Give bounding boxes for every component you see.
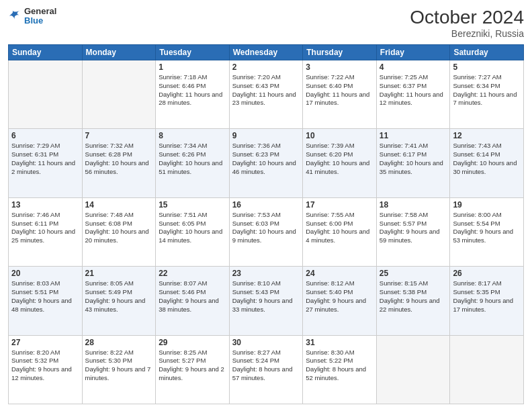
- day-detail: Sunrise: 7:39 AM Sunset: 6:20 PM Dayligh…: [306, 142, 373, 176]
- day-number: 20: [11, 269, 79, 278]
- table-row: 24Sunrise: 8:12 AM Sunset: 5:40 PM Dayli…: [303, 267, 377, 335]
- location-subtitle: Berezniki, Russia: [410, 28, 524, 39]
- table-row: [9, 60, 83, 129]
- table-row: 10Sunrise: 7:39 AM Sunset: 6:20 PM Dayli…: [303, 129, 377, 197]
- day-detail: Sunrise: 8:25 AM Sunset: 5:27 PM Dayligh…: [159, 349, 226, 383]
- day-detail: Sunrise: 7:32 AM Sunset: 6:28 PM Dayligh…: [85, 142, 153, 176]
- col-tuesday: Tuesday: [156, 45, 230, 60]
- day-detail: Sunrise: 7:29 AM Sunset: 6:31 PM Dayligh…: [11, 142, 79, 176]
- day-number: 23: [232, 269, 300, 278]
- day-number: 22: [159, 269, 226, 278]
- logo-bird-icon: [8, 9, 21, 23]
- table-row: 21Sunrise: 8:05 AM Sunset: 5:49 PM Dayli…: [82, 267, 156, 335]
- table-row: 5Sunrise: 7:27 AM Sunset: 6:34 PM Daylig…: [450, 60, 524, 129]
- weekday-header-row: Sunday Monday Tuesday Wednesday Thursday…: [9, 45, 524, 60]
- day-detail: Sunrise: 7:27 AM Sunset: 6:34 PM Dayligh…: [453, 73, 521, 107]
- day-detail: Sunrise: 8:17 AM Sunset: 5:35 PM Dayligh…: [453, 279, 521, 314]
- day-detail: Sunrise: 8:15 AM Sunset: 5:38 PM Dayligh…: [380, 279, 447, 314]
- day-number: 17: [306, 200, 373, 210]
- table-row: 4Sunrise: 7:25 AM Sunset: 6:37 PM Daylig…: [376, 60, 450, 129]
- day-detail: Sunrise: 7:22 AM Sunset: 6:40 PM Dayligh…: [306, 73, 373, 107]
- table-row: 29Sunrise: 8:25 AM Sunset: 5:27 PM Dayli…: [156, 335, 230, 404]
- table-row: 12Sunrise: 7:43 AM Sunset: 6:14 PM Dayli…: [450, 129, 524, 197]
- table-row: 17Sunrise: 7:55 AM Sunset: 6:00 PM Dayli…: [303, 197, 377, 266]
- table-row: 25Sunrise: 8:15 AM Sunset: 5:38 PM Dayli…: [376, 267, 450, 335]
- day-detail: Sunrise: 8:10 AM Sunset: 5:43 PM Dayligh…: [232, 279, 300, 314]
- logo-blue: Blue: [24, 16, 56, 26]
- table-row: 19Sunrise: 8:00 AM Sunset: 5:54 PM Dayli…: [450, 197, 524, 266]
- day-number: 4: [380, 62, 447, 72]
- header: General Blue October 2024 Berezniki, Rus…: [8, 7, 524, 39]
- day-number: 7: [85, 131, 153, 140]
- day-number: 15: [159, 200, 226, 210]
- table-row: 9Sunrise: 7:36 AM Sunset: 6:23 PM Daylig…: [229, 129, 303, 197]
- day-number: 2: [232, 62, 300, 72]
- day-detail: Sunrise: 7:53 AM Sunset: 6:03 PM Dayligh…: [232, 211, 300, 245]
- table-row: 3Sunrise: 7:22 AM Sunset: 6:40 PM Daylig…: [303, 60, 377, 129]
- month-year-title: October 2024: [410, 7, 524, 28]
- day-number: 3: [306, 62, 373, 72]
- logo: General Blue: [8, 7, 56, 26]
- day-detail: Sunrise: 8:05 AM Sunset: 5:49 PM Dayligh…: [85, 279, 153, 314]
- table-row: 26Sunrise: 8:17 AM Sunset: 5:35 PM Dayli…: [450, 267, 524, 335]
- table-row: 22Sunrise: 8:07 AM Sunset: 5:46 PM Dayli…: [156, 267, 230, 335]
- table-row: 30Sunrise: 8:27 AM Sunset: 5:24 PM Dayli…: [229, 335, 303, 404]
- day-number: 21: [85, 269, 153, 278]
- table-row: 13Sunrise: 7:46 AM Sunset: 6:11 PM Dayli…: [9, 197, 83, 266]
- day-number: 29: [159, 338, 226, 347]
- day-number: 27: [11, 338, 79, 347]
- day-number: 19: [453, 200, 521, 210]
- day-number: 18: [380, 200, 447, 210]
- day-detail: Sunrise: 7:55 AM Sunset: 6:00 PM Dayligh…: [306, 211, 373, 245]
- table-row: [376, 335, 450, 404]
- table-row: 11Sunrise: 7:41 AM Sunset: 6:17 PM Dayli…: [376, 129, 450, 197]
- day-detail: Sunrise: 7:20 AM Sunset: 6:43 PM Dayligh…: [232, 73, 300, 107]
- day-detail: Sunrise: 8:27 AM Sunset: 5:24 PM Dayligh…: [232, 349, 300, 383]
- day-detail: Sunrise: 7:51 AM Sunset: 6:05 PM Dayligh…: [159, 211, 226, 245]
- day-detail: Sunrise: 8:12 AM Sunset: 5:40 PM Dayligh…: [306, 279, 373, 314]
- day-number: 10: [306, 131, 373, 140]
- day-detail: Sunrise: 7:43 AM Sunset: 6:14 PM Dayligh…: [453, 142, 521, 176]
- table-row: 28Sunrise: 8:22 AM Sunset: 5:30 PM Dayli…: [82, 335, 156, 404]
- day-number: 28: [85, 338, 153, 347]
- day-detail: Sunrise: 8:30 AM Sunset: 5:22 PM Dayligh…: [306, 349, 373, 383]
- table-row: [82, 60, 156, 129]
- day-detail: Sunrise: 7:34 AM Sunset: 6:26 PM Dayligh…: [159, 142, 226, 176]
- calendar-week-row: 6Sunrise: 7:29 AM Sunset: 6:31 PM Daylig…: [9, 129, 524, 197]
- table-row: 2Sunrise: 7:20 AM Sunset: 6:43 PM Daylig…: [229, 60, 303, 129]
- calendar-week-row: 1Sunrise: 7:18 AM Sunset: 6:46 PM Daylig…: [9, 60, 524, 129]
- calendar-week-row: 20Sunrise: 8:03 AM Sunset: 5:51 PM Dayli…: [9, 267, 524, 335]
- calendar-table: Sunday Monday Tuesday Wednesday Thursday…: [8, 44, 524, 404]
- day-number: 31: [306, 338, 373, 347]
- day-number: 6: [11, 131, 79, 140]
- day-number: 26: [453, 269, 521, 278]
- col-friday: Friday: [376, 45, 450, 60]
- day-number: 9: [232, 131, 300, 140]
- col-wednesday: Wednesday: [229, 45, 303, 60]
- col-monday: Monday: [82, 45, 156, 60]
- page: General Blue October 2024 Berezniki, Rus…: [0, 0, 532, 411]
- day-number: 11: [380, 131, 447, 140]
- day-number: 14: [85, 200, 153, 210]
- col-sunday: Sunday: [9, 45, 83, 60]
- table-row: 31Sunrise: 8:30 AM Sunset: 5:22 PM Dayli…: [303, 335, 377, 404]
- day-detail: Sunrise: 7:48 AM Sunset: 6:08 PM Dayligh…: [85, 211, 153, 245]
- day-number: 16: [232, 200, 300, 210]
- table-row: 15Sunrise: 7:51 AM Sunset: 6:05 PM Dayli…: [156, 197, 230, 266]
- logo-general: General: [24, 7, 56, 16]
- day-detail: Sunrise: 7:58 AM Sunset: 5:57 PM Dayligh…: [380, 211, 447, 245]
- day-number: 12: [453, 131, 521, 140]
- table-row: 7Sunrise: 7:32 AM Sunset: 6:28 PM Daylig…: [82, 129, 156, 197]
- day-detail: Sunrise: 7:46 AM Sunset: 6:11 PM Dayligh…: [11, 211, 79, 245]
- col-saturday: Saturday: [450, 45, 524, 60]
- day-number: 25: [380, 269, 447, 278]
- calendar-week-row: 13Sunrise: 7:46 AM Sunset: 6:11 PM Dayli…: [9, 197, 524, 266]
- table-row: 8Sunrise: 7:34 AM Sunset: 6:26 PM Daylig…: [156, 129, 230, 197]
- day-number: 13: [11, 200, 79, 210]
- day-number: 1: [159, 62, 226, 72]
- table-row: 1Sunrise: 7:18 AM Sunset: 6:46 PM Daylig…: [156, 60, 230, 129]
- col-thursday: Thursday: [303, 45, 377, 60]
- title-block: October 2024 Berezniki, Russia: [410, 7, 524, 39]
- logo-text: General Blue: [24, 7, 56, 26]
- day-detail: Sunrise: 8:00 AM Sunset: 5:54 PM Dayligh…: [453, 211, 521, 245]
